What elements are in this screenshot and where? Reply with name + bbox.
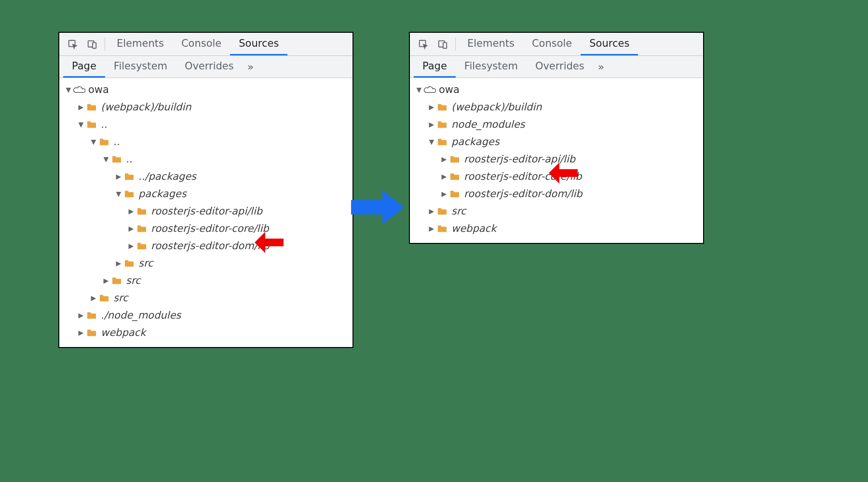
tree-node-label: owa [439,84,460,95]
tree-node-label: src [451,205,466,217]
disclosure-icon[interactable]: ▼ [102,155,110,163]
subtab-filesystem[interactable]: Filesystem [105,56,176,78]
tree-node-label: packages [451,136,500,147]
tab-separator [105,38,105,51]
sources-file-tree: ▼owa▶(webpack)/buildin▶node_modules▼pack… [410,78,703,243]
disclosure-icon[interactable]: ▼ [415,86,423,94]
tree-node-label: .. [126,153,132,165]
device-toolbar-icon[interactable] [82,33,102,55]
devtools-top-tabs: Elements Console Sources [59,33,353,56]
tree-node[interactable]: ▶roosterjs-editor-api/lib [59,202,353,220]
tree-node[interactable]: ▶(webpack)/buildin [59,98,353,116]
tab-elements[interactable]: Elements [108,33,173,55]
subtab-overrides[interactable]: Overrides [527,56,593,78]
inspect-element-icon[interactable] [63,33,82,55]
tree-node[interactable]: ▼packages [410,133,703,150]
disclosure-icon[interactable]: ▶ [427,207,436,215]
tree-node[interactable]: ▶webpack [59,324,353,341]
folder-icon [136,241,148,250]
tab-sources[interactable]: Sources [581,33,638,55]
tree-root[interactable]: ▼owa [59,81,353,98]
tree-node[interactable]: ▶src [410,202,703,220]
tab-sources[interactable]: Sources [230,33,287,55]
tree-node-label: .. [101,119,107,130]
tree-node-label: ./node_modules [101,309,181,321]
tree-node[interactable]: ▶src [59,254,353,272]
subtab-page[interactable]: Page [63,56,105,78]
tab-console[interactable]: Console [523,33,581,55]
disclosure-icon[interactable]: ▶ [77,311,85,319]
svg-rect-2 [93,42,96,48]
tree-node[interactable]: ▶./node_modules [59,307,353,324]
disclosure-icon[interactable]: ▼ [77,120,85,128]
tree-node[interactable]: ▶roosterjs-editor-api/lib [410,150,703,168]
disclosure-icon[interactable]: ▶ [77,103,85,111]
tree-node-label: roosterjs-editor-api/lib [151,205,262,217]
tree-node[interactable]: ▶(webpack)/buildin [410,98,703,116]
disclosure-icon[interactable]: ▶ [127,225,136,232]
tab-elements[interactable]: Elements [459,33,523,55]
tree-node-label: roosterjs-editor-api/lib [464,153,575,165]
subtab-page[interactable]: Page [414,56,456,78]
tree-node[interactable]: ▶roosterjs-editor-core/lib [59,220,353,237]
disclosure-icon[interactable]: ▶ [77,329,85,336]
disclosure-icon[interactable]: ▶ [89,294,98,302]
more-tabs-icon[interactable]: » [243,56,258,78]
cloud-icon [423,85,436,94]
sources-file-tree: ▼owa▶(webpack)/buildin▼..▼..▼..▶../packa… [59,78,353,347]
tree-node[interactable]: ▶roosterjs-editor-core/lib [410,168,703,185]
tree-node[interactable]: ▶webpack [410,220,703,237]
folder-icon [123,259,136,268]
folder-icon [136,207,148,215]
tree-node[interactable]: ▶src [59,272,353,289]
disclosure-icon[interactable]: ▼ [89,138,98,146]
disclosure-icon[interactable]: ▶ [427,225,436,232]
disclosure-icon[interactable]: ▶ [427,120,436,128]
tree-node[interactable]: ▶src [59,289,353,307]
tree-node[interactable]: ▼packages [59,185,353,202]
tree-root[interactable]: ▼owa [410,81,703,98]
disclosure-icon[interactable]: ▶ [127,242,136,250]
tree-node[interactable]: ▼.. [59,150,353,168]
folder-icon [85,328,98,337]
tree-node[interactable]: ▶roosterjs-editor-dom/lib [59,237,353,254]
folder-icon [436,207,448,215]
folder-icon [98,137,110,146]
disclosure-icon[interactable]: ▼ [64,86,73,94]
disclosure-icon[interactable]: ▶ [440,173,448,180]
tree-node-label: roosterjs-editor-dom/lib [464,188,583,200]
inspect-element-icon[interactable] [414,33,433,55]
disclosure-icon[interactable]: ▶ [440,155,448,163]
disclosure-icon[interactable]: ▶ [127,207,136,215]
disclosure-icon[interactable]: ▶ [114,259,123,267]
disclosure-icon[interactable]: ▼ [114,190,123,198]
subtab-filesystem[interactable]: Filesystem [456,56,527,78]
disclosure-icon[interactable]: ▶ [427,103,436,111]
devtools-panel-after: Elements Console Sources Page Filesystem… [409,32,704,244]
tree-node[interactable]: ▶../packages [59,168,353,185]
tree-node-label: webpack [101,327,146,338]
tree-node[interactable]: ▶node_modules [410,116,703,133]
transition-arrow-icon [349,188,407,231]
disclosure-icon[interactable]: ▶ [114,173,123,180]
disclosure-icon[interactable]: ▼ [427,138,436,146]
subtab-overrides[interactable]: Overrides [176,56,243,78]
tree-node-label: (webpack)/buildin [101,101,191,113]
tree-node[interactable]: ▼.. [59,133,353,150]
device-toolbar-icon[interactable] [433,33,452,55]
folder-icon [110,276,123,285]
tree-node-label: packages [138,188,187,200]
tree-node-label: ../packages [138,171,196,182]
more-tabs-icon[interactable]: » [593,56,609,78]
disclosure-icon[interactable]: ▶ [102,277,110,284]
devtools-top-tabs: Elements Console Sources [410,33,703,56]
tree-node[interactable]: ▶roosterjs-editor-dom/lib [410,185,703,202]
folder-icon [448,172,461,181]
tree-node[interactable]: ▼.. [59,116,353,133]
tab-console[interactable]: Console [173,33,230,55]
disclosure-icon[interactable]: ▶ [440,190,448,198]
tab-separator [455,38,456,51]
tree-node-label: .. [113,136,120,147]
folder-icon [436,103,448,111]
folder-icon [123,189,136,198]
